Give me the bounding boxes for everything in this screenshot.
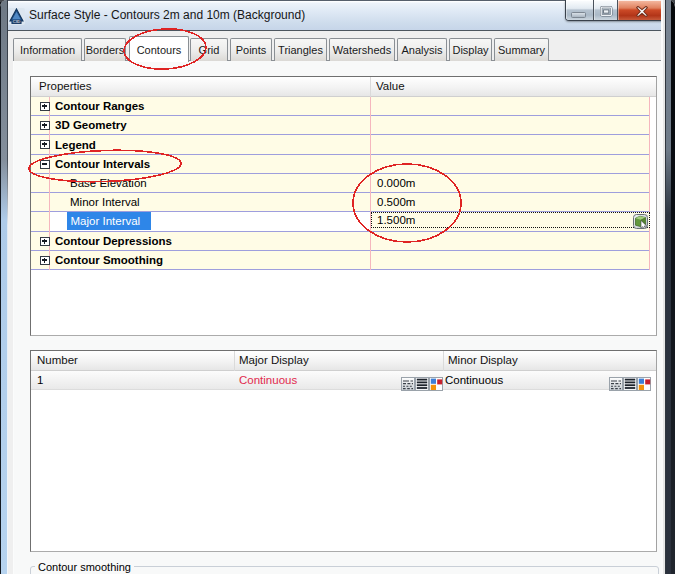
svg-text:C3D: C3D: [13, 20, 21, 24]
